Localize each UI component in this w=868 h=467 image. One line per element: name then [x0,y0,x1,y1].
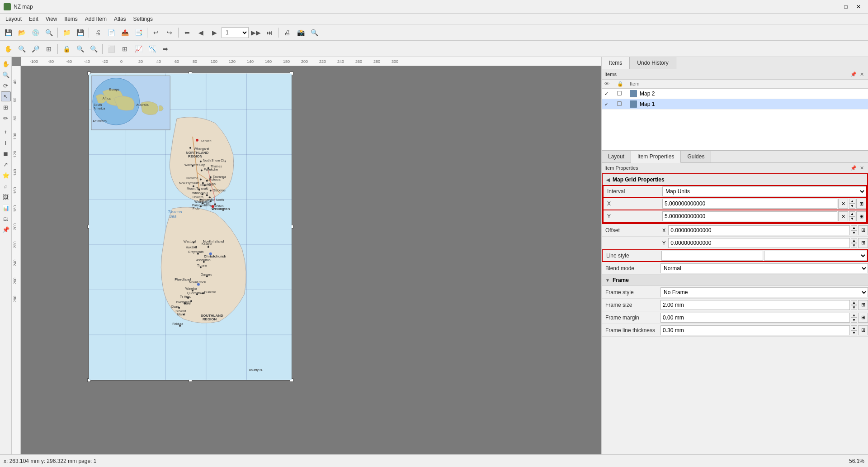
edit-nodes-btn[interactable]: ✏ [1,113,11,123]
y-clear-btn[interactable]: ✕ [838,211,848,221]
frame-margin-down[interactable]: ▼ [851,318,857,323]
offset-y-input[interactable] [668,238,850,248]
line-style-select[interactable] [764,251,868,261]
nav-right2-button[interactable]: ▶▶ [250,26,262,39]
grid-btn[interactable]: ⊞ [118,43,131,55]
zoom-fit-btn[interactable]: ⊞ [42,43,55,55]
add-star-btn[interactable]: ⭐ [1,170,11,180]
x-clear-btn[interactable]: ✕ [838,199,848,209]
frame-thickness-copy[interactable]: ⊞ [858,325,868,335]
camera-button[interactable]: 📸 [294,26,307,39]
canvas-area[interactable]: -100 -80 -60 -40 -20 0 20 40 60 80 100 1… [12,57,601,454]
zoom-page-btn[interactable]: 🔍 [74,43,86,55]
y-spin-down[interactable]: ▼ [849,216,855,221]
search-left-btn[interactable]: ⌕ [1,181,11,191]
atlas-btn[interactable]: 📉 [146,43,158,55]
frame-thickness-input[interactable] [660,325,850,335]
save-as-button[interactable]: 💿 [29,26,42,39]
pin-left-btn[interactable]: 📌 [1,224,11,234]
vis-map2[interactable]: ✓ [604,91,617,97]
attribute-table-btn[interactable]: 📊 [1,203,11,213]
add-shape-btn[interactable]: ◼ [1,148,11,158]
print2-button[interactable]: 🖨 [281,26,293,39]
redo-button[interactable]: ↪ [163,26,176,39]
frame-thickness-up[interactable]: ▲ [851,325,857,330]
x-copy-btn[interactable]: ⊞ [856,199,866,209]
frame-size-copy[interactable]: ⊞ [858,300,868,310]
zoom-in-btn[interactable]: 🔍 [15,43,28,55]
frame-size-up[interactable]: ▲ [851,300,857,305]
offset-y-copy[interactable]: ⊞ [858,238,868,248]
menu-add-item[interactable]: Add Item [81,15,110,23]
nav-end-button[interactable]: ⏭ [263,26,276,39]
frame-style-select[interactable]: No Frame Zebra Interior Ticks Exterior T… [660,287,868,297]
menu-layout[interactable]: Layout [2,15,25,23]
offset-x-input[interactable] [668,225,850,235]
tab-layout[interactable]: Layout [602,151,631,162]
offset-x-up[interactable]: ▲ [851,225,857,230]
canvas-content[interactable]: Europe Africa South America Australia An… [21,66,601,454]
offset-y-up[interactable]: ▲ [851,238,857,243]
pan-left-btn[interactable]: ✋ [1,59,11,69]
maximize-button[interactable]: □ [840,2,852,11]
zoom-sel-btn[interactable]: 🔍 [87,43,100,55]
x-spin-down[interactable]: ▼ [849,204,855,209]
print-button[interactable]: 🖨 [91,26,104,39]
frame-size-down[interactable]: ▼ [851,305,857,310]
lock-btn[interactable]: 🔒 [60,43,73,55]
save2-button[interactable]: 💾 [74,26,86,39]
y-input[interactable] [662,211,837,221]
export3-button[interactable]: 📑 [132,26,145,39]
page-select[interactable]: 1 [222,27,249,38]
x-input[interactable] [662,199,837,209]
tab-items[interactable]: Items [602,57,630,69]
select-left-btn[interactable]: ↖ [1,91,11,101]
tab-guides[interactable]: Guides [681,151,711,162]
frame-margin-input[interactable] [660,313,850,323]
open-folder-button[interactable]: 📁 [60,26,73,39]
export-button[interactable]: 📄 [105,26,118,39]
items-panel-pin[interactable]: 📌 [850,71,857,78]
export2-button[interactable]: 📤 [118,26,131,39]
y-copy-btn[interactable]: ⊞ [856,211,866,221]
add-arrow-btn[interactable]: ↗ [1,159,11,169]
chart-btn[interactable]: 📈 [132,43,145,55]
search-button[interactable]: 🔍 [42,26,55,39]
full-extent-btn[interactable]: ⟳ [1,81,11,91]
layers-left-btn[interactable]: 🗂 [1,214,11,224]
frame-header[interactable]: ▼ Frame [602,275,868,286]
nav-left2-button[interactable]: ⬅ [181,26,193,39]
map-grid-header[interactable]: ◀ Map Grid Properties [603,174,867,185]
offset-x-copy[interactable]: ⊞ [858,225,868,235]
undo-button[interactable]: ↩ [150,26,162,39]
zoom-left-btn[interactable]: 🔍 [1,70,11,80]
interval-select[interactable]: Map Units CM MM Inch [662,186,866,196]
props-panel-pin[interactable]: 📌 [850,164,857,172]
lock-map2[interactable] [617,91,630,97]
frame-margin-up[interactable]: ▲ [851,313,857,318]
items-panel-close[interactable]: ✕ [858,71,865,78]
nav-left-button[interactable]: ◀ [194,26,207,39]
frame-thickness-down[interactable]: ▼ [851,330,857,335]
menu-view[interactable]: View [42,15,61,23]
move-content-btn[interactable]: ⊞ [1,102,11,112]
x-spin-up[interactable]: ▲ [849,199,855,204]
add-map-btn[interactable]: + [1,127,11,137]
offset-x-down[interactable]: ▼ [851,230,857,235]
frame-margin-copy[interactable]: ⊞ [858,313,868,323]
add-picture-btn[interactable]: 🖼 [1,192,11,202]
lock-map1[interactable] [617,101,630,107]
pan-tool-btn[interactable]: ✋ [2,43,14,55]
blend-mode-select[interactable]: Normal Multiply Screen Overlay [660,263,868,273]
tab-undo-history[interactable]: Undo History [630,57,676,69]
menu-edit[interactable]: Edit [25,15,42,23]
zoom-tool-button[interactable]: 🔍 [308,26,321,39]
props-panel-close[interactable]: ✕ [858,164,865,172]
menu-settings[interactable]: Settings [130,15,156,23]
items-row-map1[interactable]: ✓ Map 1 [602,99,868,110]
save-button[interactable]: 💾 [2,26,14,39]
minimize-button[interactable]: ─ [827,2,839,11]
menu-atlas[interactable]: Atlas [110,15,130,23]
offset-y-down[interactable]: ▼ [851,243,857,248]
close-button[interactable]: ✕ [853,2,864,11]
